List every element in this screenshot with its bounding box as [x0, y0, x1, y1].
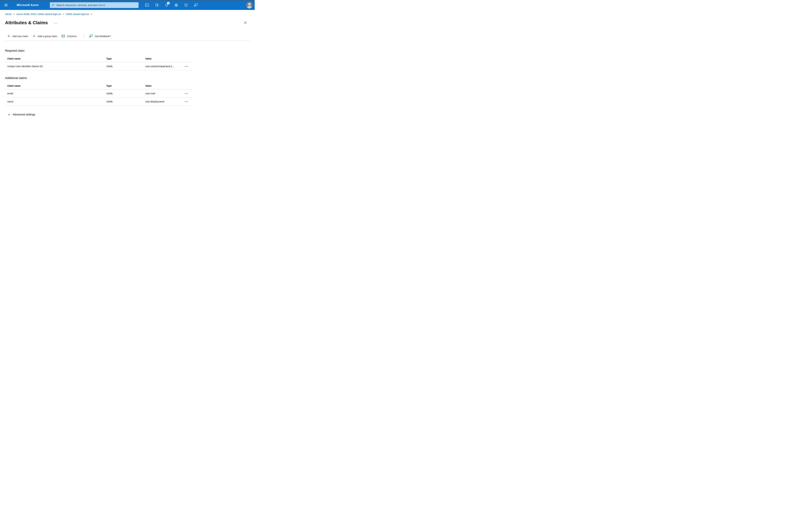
table-header-row: Claim name Type Value: [5, 82, 192, 89]
hamburger-menu-icon[interactable]: [4, 4, 7, 6]
columns-label: Columns: [67, 35, 77, 37]
add-group-claim-label: Add a group claim: [38, 35, 57, 37]
azure-portal-window: Microsoft Azure: [0, 0, 255, 129]
help-button[interactable]: ?: [183, 2, 189, 8]
feedback-icon: [194, 3, 198, 7]
plus-icon: [7, 35, 10, 37]
claim-value-cell: user.userprincipalname [...: [145, 65, 181, 67]
column-header-claim-name: Claim name: [7, 57, 106, 60]
column-header-value: Value: [145, 84, 181, 87]
breadcrumb-separator: >: [91, 13, 92, 16]
directory-filter-button[interactable]: [153, 2, 160, 8]
advanced-settings-toggle[interactable]: Advanced settings: [8, 113, 255, 116]
add-new-claim-label: Add new claim: [12, 35, 28, 37]
claim-type-cell: SAML: [106, 92, 145, 95]
close-blade-button[interactable]: [243, 21, 247, 25]
claim-value-cell: user.mail: [145, 92, 181, 95]
breadcrumb-separator: >: [13, 13, 14, 16]
claim-name-cell: email: [7, 92, 106, 95]
row-menu-ellipsis[interactable]: •••: [181, 100, 192, 103]
page-context-menu-ellipsis[interactable]: ···: [54, 22, 58, 25]
column-header-claim-name: Claim name: [7, 84, 106, 87]
claim-value-cell: user.displayname: [145, 100, 181, 103]
claim-type-cell: SAML: [106, 65, 145, 67]
close-icon: [244, 21, 247, 24]
columns-button[interactable]: Columns: [62, 35, 77, 37]
notification-count-badge[interactable]: 6: [167, 2, 170, 4]
breadcrumb-saml-signon-link[interactable]: SAML-based Sign-on: [66, 13, 89, 16]
feedback-icon: [89, 34, 93, 38]
table-row[interactable]: Unique User Identifier (Name ID) SAML us…: [5, 62, 192, 71]
command-bar: Add new claim Add a group claim: [5, 33, 255, 39]
cloud-shell-icon: [145, 4, 149, 7]
claim-type-cell: SAML: [106, 100, 145, 103]
columns-icon: [62, 35, 65, 37]
microsoft-azure-logo[interactable]: Microsoft Azure: [17, 3, 39, 7]
plus-icon: [33, 35, 35, 37]
add-group-claim-button[interactable]: Add a group claim: [33, 35, 57, 37]
advanced-settings-label: Advanced settings: [13, 113, 35, 116]
claim-name-cell: name: [7, 100, 106, 103]
row-menu-ellipsis[interactable]: •••: [181, 92, 192, 94]
additional-claims-table: Claim name Type Value email SAML user.ma…: [5, 82, 192, 106]
claim-name-cell: Unique User Identifier (Name ID): [7, 65, 106, 67]
add-new-claim-button[interactable]: Add new claim: [7, 35, 28, 37]
avatar-torso-shape: [247, 6, 252, 8]
page-title: Attributes & Claims: [5, 20, 48, 25]
column-header-value: Value: [145, 57, 181, 60]
global-search-box[interactable]: [50, 2, 139, 8]
help-icon: ?: [184, 3, 188, 7]
chevron-down-icon: [8, 114, 10, 115]
breadcrumb-home-link[interactable]: Home: [5, 13, 11, 16]
got-feedback-button[interactable]: Got feedback?: [89, 34, 111, 38]
search-icon: [52, 4, 55, 6]
azure-top-bar: Microsoft Azure: [0, 0, 255, 10]
topbar-icon-group: 6: [144, 0, 202, 10]
svg-text:?: ?: [185, 4, 186, 6]
command-bar-divider: [5, 40, 250, 41]
breadcrumb-separator: >: [63, 13, 64, 16]
required-claim-table: Claim name Type Value Unique User Identi…: [5, 55, 192, 71]
notifications-button[interactable]: 6: [163, 2, 170, 8]
breadcrumb: Home > Azure SAML SSO | SAML-based Sign-…: [5, 13, 255, 16]
page-header: Attributes & Claims ···: [5, 19, 250, 26]
account-avatar[interactable]: [246, 2, 253, 8]
required-claim-heading: Required claim: [5, 49, 255, 53]
column-header-type: Type: [106, 84, 145, 87]
additional-claims-heading: Additional claims: [5, 76, 255, 80]
got-feedback-label: Got feedback?: [95, 35, 111, 37]
breadcrumb-app-link[interactable]: Azure SAML SSO | SAML-based Sign-on: [17, 13, 61, 16]
table-row[interactable]: name SAML user.displayname •••: [5, 98, 192, 106]
avatar-head-shape: [248, 3, 251, 5]
column-header-type: Type: [106, 57, 145, 60]
table-header-row: Claim name Type Value: [5, 55, 192, 62]
row-menu-ellipsis[interactable]: •••: [181, 65, 192, 67]
feedback-button[interactable]: [193, 2, 199, 8]
table-row[interactable]: email SAML user.mail •••: [5, 89, 192, 98]
settings-button[interactable]: [173, 2, 179, 8]
search-input[interactable]: [56, 4, 137, 7]
settings-gear-icon: [174, 3, 178, 7]
directory-filter-icon: [155, 3, 159, 7]
cloud-shell-button[interactable]: [144, 2, 150, 8]
